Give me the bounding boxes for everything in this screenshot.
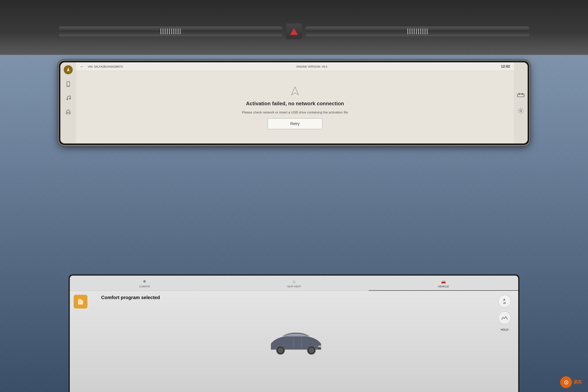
vent-slat	[174, 28, 174, 34]
svg-point-17	[278, 348, 283, 352]
gear-icon	[518, 108, 524, 114]
climate-label: CLIMATE	[139, 285, 150, 288]
vent-slat	[410, 28, 410, 34]
svg-marker-5	[292, 87, 298, 95]
terrain-button[interactable]	[498, 312, 511, 324]
vent-slat	[167, 28, 168, 34]
back-button[interactable]: ←	[80, 64, 84, 69]
vent-slat	[176, 28, 176, 34]
seat-icon	[77, 298, 84, 306]
seat-heat-icon: ♨	[292, 279, 296, 284]
sidebar-item-music[interactable]	[64, 94, 72, 102]
error-content-area: Activation failed, no network connection…	[76, 71, 514, 144]
svg-point-3	[67, 98, 68, 100]
info-right-sidebar	[514, 62, 528, 144]
vent-slat	[160, 28, 161, 34]
infotainment-screen: ← VIN: SALYA2BUXMA296570 ENGINE VERSION:…	[60, 62, 528, 144]
svg-point-4	[70, 98, 70, 99]
watermark-logo: ⊙	[560, 376, 572, 388]
air-vents	[59, 20, 529, 43]
vent-slat	[171, 28, 172, 34]
hold-label: HOLD	[500, 328, 508, 331]
sidebar-item-home[interactable]	[64, 108, 72, 116]
vent-slat	[408, 28, 408, 34]
lower-screen: ❄ CLIMATE ♨ SEAT HEAT 🚗 VEHICLE	[70, 276, 518, 392]
hazard-button[interactable]	[286, 24, 302, 39]
vent-slat	[427, 28, 428, 34]
auto-off-label: Aoff	[503, 298, 506, 304]
vent-slat	[165, 28, 166, 34]
tab-climate[interactable]: ❄ CLIMATE	[70, 276, 219, 291]
hazard-triangle-icon	[290, 28, 298, 35]
vent-slat	[418, 28, 419, 34]
svg-rect-6	[518, 94, 524, 97]
lower-tabs: ❄ CLIMATE ♨ SEAT HEAT 🚗 VEHICLE	[70, 276, 518, 291]
settings-icon-button[interactable]	[517, 107, 525, 115]
watermark: ⊙ 易车	[560, 376, 582, 388]
car-silhouette	[266, 330, 325, 360]
watermark-symbol: ⊙	[564, 379, 568, 386]
seat-heat-label: SEAT HEAT	[287, 285, 301, 288]
comfort-program-icon[interactable]	[74, 295, 88, 308]
info-sidebar	[60, 62, 76, 144]
vent-slat	[420, 28, 421, 34]
tab-seat-heat[interactable]: ♨ SEAT HEAT	[219, 276, 369, 291]
lower-screen-container: ❄ CLIMATE ♨ SEAT HEAT 🚗 VEHICLE	[68, 274, 520, 392]
tab-vehicle[interactable]: 🚗 VEHICLE	[369, 276, 518, 291]
watermark-text: 易车	[574, 379, 582, 385]
sidebar-nav-circle[interactable]	[64, 65, 73, 74]
error-subtitle: Please check network or insert a USB dri…	[242, 110, 348, 115]
info-main: ← VIN: SALYA2BUXMA296570 ENGINE VERSION:…	[76, 62, 514, 144]
lower-right-panel: Aoff HOLD	[495, 295, 514, 388]
vent-slat	[416, 28, 417, 34]
vin-number: SALYA2BUXMA296570	[94, 65, 123, 68]
svg-rect-24	[318, 347, 321, 349]
right-vent	[306, 26, 529, 36]
svg-rect-15	[81, 300, 83, 303]
dashboard-top	[0, 0, 588, 55]
sidebar-item-phone[interactable]	[64, 80, 72, 88]
music-icon	[66, 95, 71, 101]
vent-slat	[422, 28, 423, 34]
car-image-area	[101, 302, 491, 388]
svg-rect-2	[68, 86, 69, 86]
vehicle-label: VEHICLE	[438, 285, 449, 288]
navigation-icon	[66, 67, 71, 72]
infotainment-container: ← VIN: SALYA2BUXMA296570 ENGINE VERSION:…	[59, 61, 529, 145]
svg-point-19	[309, 348, 314, 352]
auto-off-button[interactable]: Aoff	[498, 295, 511, 308]
clock-display: 12:02	[501, 64, 510, 68]
nav-icon-large	[289, 85, 301, 97]
svg-marker-0	[67, 68, 70, 71]
header-left-group: ← VIN: SALYA2BUXMA296570	[80, 64, 123, 69]
svg-rect-13	[78, 299, 81, 303]
lower-center-panel: Comfort program selected	[101, 295, 491, 388]
car-interior: ← VIN: SALYA2BUXMA296570 ENGINE VERSION:…	[0, 0, 588, 392]
navigation-large-icon	[290, 86, 300, 97]
svg-point-12	[520, 110, 522, 112]
vent-slat	[163, 28, 163, 34]
lower-content: Comfort program selected	[70, 291, 518, 392]
phone-icon	[66, 81, 71, 87]
lower-left-panel	[74, 295, 97, 388]
retry-button[interactable]: Retry	[268, 118, 322, 129]
svg-rect-14	[78, 303, 83, 304]
engine-svg-icon	[517, 92, 524, 98]
engine-version: ENGINE VERSION: V9.0	[296, 65, 327, 68]
vent-slat	[178, 28, 178, 34]
info-header: ← VIN: SALYA2BUXMA296570 ENGINE VERSION:…	[76, 62, 514, 71]
error-title: Activation failed, no network connection	[246, 100, 344, 106]
vent-slat	[414, 28, 414, 34]
engine-icon[interactable]	[517, 91, 525, 99]
terrain-icon	[502, 316, 508, 320]
left-vent	[59, 26, 282, 36]
vent-slat	[412, 28, 412, 34]
comfort-program-title: Comfort program selected	[101, 295, 491, 300]
vin-info: VIN: SALYA2BUXMA296570	[88, 65, 123, 68]
climate-icon: ❄	[143, 279, 146, 284]
home-icon	[66, 109, 71, 114]
vent-slat	[169, 28, 170, 34]
vent-slat	[180, 28, 180, 34]
vehicle-icon: 🚗	[441, 279, 446, 284]
vin-label: VIN:	[88, 65, 93, 68]
